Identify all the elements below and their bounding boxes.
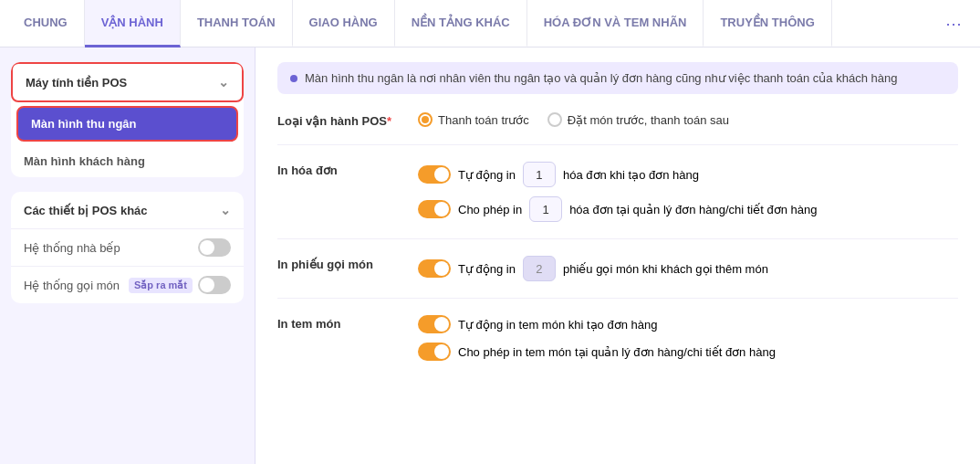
- sidebar: Máy tính tiền POS ⌄ Màn hình thu ngân Mà…: [0, 47, 255, 464]
- nav-item-chung[interactable]: CHUNG: [7, 0, 85, 47]
- in-phieu-goi-mon-text: phiếu gọi món khi khách gọi thêm món: [563, 262, 768, 276]
- toggle-label-tu-dong-in-tem: Tự động in tem món khi tạo đơn hàng: [458, 318, 657, 332]
- top-nav: CHUNG VẬN HÀNH THANH TOÁN GIAO HÀNG NỀN …: [0, 0, 980, 47]
- toggle-cho-phep-in-tem[interactable]: [418, 343, 451, 361]
- count-box-1[interactable]: 1: [523, 162, 556, 187]
- radio-circle-selected[interactable]: [418, 112, 433, 127]
- toggle-cho-phep-in-1[interactable]: [418, 200, 451, 218]
- sidebar-pos-title: Máy tính tiền POS: [26, 76, 127, 90]
- toggle-nha-bep[interactable]: [198, 238, 231, 257]
- info-banner: Màn hình thu ngân là nơi nhân viên thu n…: [277, 62, 958, 94]
- radio-circle-unselected[interactable]: [547, 112, 562, 127]
- toggle-label-tu-dong-in-1: Tự động in: [458, 168, 516, 182]
- in-phieu-goi-mon-controls: Tự động in 2 phiếu gọi món khi khách gọi…: [418, 256, 958, 281]
- chevron-down-icon: ⌄: [218, 75, 229, 90]
- sidebar-item-man-hinh-khach-hang[interactable]: Màn hình khách hàng: [11, 145, 244, 177]
- pos-type-radio-row: Thanh toán trước Đặt món trước, thanh to…: [418, 112, 958, 127]
- radio-dat-mon-truoc[interactable]: Đặt món trước, thanh toán sau: [547, 112, 729, 127]
- required-star: *: [387, 114, 391, 128]
- pos-type-controls: Thanh toán trước Đặt món trước, thanh to…: [418, 112, 958, 127]
- in-phieu-goi-mon-row-1: Tự động in 2 phiếu gọi món khi khách gọi…: [418, 256, 958, 281]
- main-layout: Máy tính tiền POS ⌄ Màn hình thu ngân Mà…: [0, 47, 980, 464]
- nav-item-thanh-toan[interactable]: THANH TOÁN: [181, 0, 293, 47]
- form-row-in-phieu-goi-mon: In phiếu gọi món Tự động in 2 phiếu gọi …: [277, 256, 958, 299]
- sidebar-devices-title: Các thiết bị POS khác: [24, 204, 148, 217]
- form-row-pos-type: Loại vận hành POS* Thanh toán trước Đặt …: [277, 112, 958, 145]
- sidebar-goi-mon-label: Hệ thống gọi món: [24, 279, 120, 292]
- in-tem-mon-label: In tem món: [277, 315, 396, 331]
- sidebar-item-man-hinh-thu-ngan[interactable]: Màn hình thu ngân: [16, 106, 238, 142]
- count-box-phieu[interactable]: 2: [523, 256, 556, 281]
- in-hoa-don-row-1: Tự động in 1 hóa đơn khi tạo đơn hàng: [418, 162, 958, 187]
- in-phieu-goi-mon-label: In phiếu gọi món: [277, 256, 396, 271]
- sidebar-item-nha-bep: Hệ thống nhà bếp: [11, 228, 244, 266]
- sidebar-pos-header[interactable]: Máy tính tiền POS ⌄: [11, 62, 244, 102]
- radio-label-thanh-toan-truoc: Thanh toán trước: [438, 113, 529, 127]
- pos-type-label: Loại vận hành POS*: [277, 112, 396, 128]
- nav-item-van-hanh[interactable]: VẬN HÀNH: [85, 0, 181, 47]
- in-tem-mon-row-1: Tự động in tem món khi tạo đơn hàng: [418, 315, 958, 333]
- in-hoa-don-label: In hóa đơn: [277, 162, 396, 177]
- sidebar-section-pos: Máy tính tiền POS ⌄ Màn hình thu ngân Mà…: [11, 62, 244, 177]
- info-text: Màn hình thu ngân là nơi nhân viên thu n…: [305, 71, 897, 85]
- nav-item-truyen-thong[interactable]: TRUYỀN THÔNG: [704, 0, 831, 47]
- sidebar-nha-bep-label: Hệ thống nhà bếp: [24, 241, 120, 255]
- coming-soon-badge: Sắp ra mắt: [129, 278, 193, 293]
- in-hoa-don-row-2: Cho phép in 1 hóa đơn tại quản lý đơn hà…: [418, 196, 958, 222]
- toggle-label-cho-phep-in-1: Cho phép in: [458, 203, 522, 216]
- radio-thanh-toan-truoc[interactable]: Thanh toán trước: [418, 112, 529, 127]
- chevron-down-icon-2: ⌄: [220, 203, 231, 217]
- toggle-goi-mon[interactable]: [198, 276, 231, 294]
- nav-more-button[interactable]: ⋯: [934, 14, 973, 34]
- info-dot-icon: [290, 75, 297, 82]
- nav-item-giao-hang[interactable]: GIAO HÀNG: [293, 0, 395, 47]
- sidebar-section-devices: Các thiết bị POS khác ⌄ Hệ thống nhà bếp…: [11, 192, 244, 303]
- toggle-tu-dong-in-phieu[interactable]: [418, 259, 451, 278]
- toggle-tu-dong-in-1[interactable]: [418, 165, 451, 184]
- toggle-nha-bep-switch[interactable]: [198, 238, 231, 257]
- toggle-goi-mon-switch[interactable]: [198, 276, 231, 294]
- sidebar-item-goi-mon: Hệ thống gọi món Sắp ra mắt: [11, 266, 244, 303]
- toggle-label-tu-dong-in-phieu: Tự động in: [458, 262, 516, 276]
- in-hoa-don-text-2: hóa đơn tại quản lý đơn hàng/chi tiết đơ…: [569, 203, 817, 216]
- radio-label-dat-mon-truoc: Đặt món trước, thanh toán sau: [568, 113, 729, 127]
- in-hoa-don-text-1: hóa đơn khi tạo đơn hàng: [563, 168, 699, 182]
- toggle-label-cho-phep-in-tem: Cho phép in tem món tại quản lý đơn hàng…: [458, 345, 776, 359]
- count-box-2[interactable]: 1: [529, 196, 562, 222]
- form-row-in-tem-mon: In tem món Tự động in tem món khi tạo đơ…: [277, 315, 958, 377]
- in-tem-mon-controls: Tự động in tem món khi tạo đơn hàng Cho …: [418, 315, 958, 361]
- content-area: Màn hình thu ngân là nơi nhân viên thu n…: [255, 47, 980, 464]
- form-row-in-hoa-don: In hóa đơn Tự động in 1 hóa đơn khi tạo …: [277, 162, 958, 239]
- in-tem-mon-row-2: Cho phép in tem món tại quản lý đơn hàng…: [418, 343, 958, 361]
- sidebar-devices-header[interactable]: Các thiết bị POS khác ⌄: [11, 192, 244, 228]
- toggle-tu-dong-in-tem[interactable]: [418, 315, 451, 333]
- nav-item-nen-tang[interactable]: NỀN TẢNG KHÁC: [395, 0, 527, 47]
- nav-item-hoa-don[interactable]: HÓA ĐƠN VÀ TEM NHÃN: [527, 0, 704, 47]
- in-hoa-don-controls: Tự động in 1 hóa đơn khi tạo đơn hàng Ch…: [418, 162, 958, 222]
